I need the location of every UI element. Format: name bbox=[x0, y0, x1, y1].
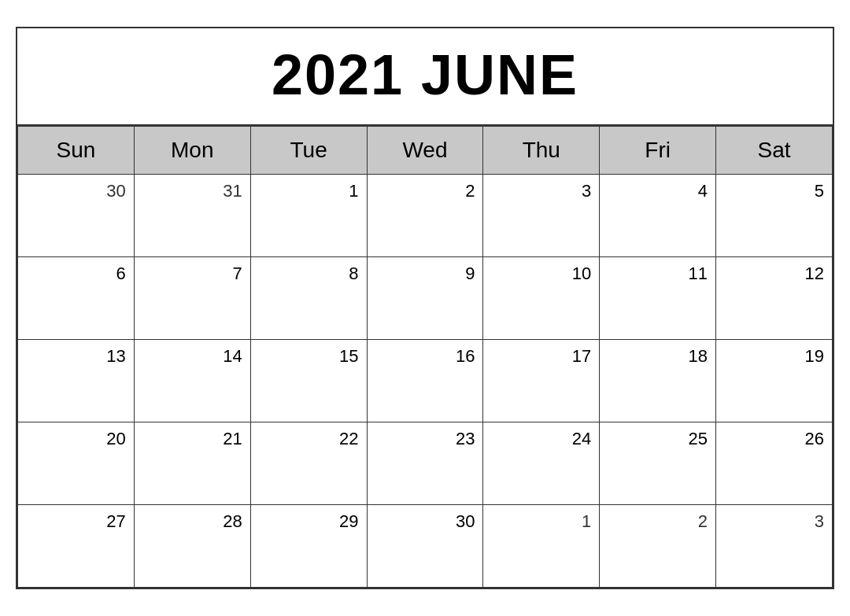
calendar-cell[interactable]: 20 bbox=[18, 422, 135, 505]
calendar-cell[interactable]: 8 bbox=[250, 257, 367, 340]
calendar-cell[interactable]: 5 bbox=[716, 175, 833, 257]
calendar-grid: SunMonTueWedThuFriSat 303112345678910111… bbox=[17, 126, 833, 588]
calendar-cell[interactable]: 25 bbox=[600, 422, 716, 505]
calendar-cell[interactable]: 29 bbox=[250, 505, 367, 588]
calendar-container: 2021 JUNE SunMonTueWedThuFriSat 30311234… bbox=[16, 27, 834, 589]
week-row-3: 13141516171819 bbox=[18, 340, 833, 422]
calendar-cell[interactable]: 6 bbox=[18, 257, 135, 340]
calendar-cell[interactable]: 18 bbox=[600, 340, 716, 422]
week-row-4: 20212223242526 bbox=[18, 422, 833, 505]
calendar-cell[interactable]: 12 bbox=[716, 257, 833, 340]
calendar-cell[interactable]: 14 bbox=[134, 340, 250, 422]
calendar-cell[interactable]: 4 bbox=[600, 175, 716, 257]
day-header-wed: Wed bbox=[367, 127, 483, 175]
calendar-cell[interactable]: 17 bbox=[483, 340, 600, 422]
calendar-cell[interactable]: 2 bbox=[367, 175, 483, 257]
calendar-cell[interactable]: 15 bbox=[250, 340, 367, 422]
calendar-cell[interactable]: 27 bbox=[18, 505, 135, 588]
day-header-sun: Sun bbox=[18, 127, 135, 175]
calendar-cell[interactable]: 30 bbox=[367, 505, 483, 588]
calendar-cell[interactable]: 1 bbox=[250, 175, 367, 257]
day-headers-row: SunMonTueWedThuFriSat bbox=[18, 127, 833, 175]
calendar-cell[interactable]: 7 bbox=[134, 257, 250, 340]
week-row-5: 27282930123 bbox=[18, 505, 833, 588]
calendar-cell[interactable]: 22 bbox=[250, 422, 367, 505]
calendar-cell[interactable]: 9 bbox=[367, 257, 483, 340]
week-row-2: 6789101112 bbox=[18, 257, 833, 340]
calendar-cell[interactable]: 19 bbox=[716, 340, 833, 422]
calendar-cell[interactable]: 2 bbox=[600, 505, 716, 588]
calendar-cell[interactable]: 31 bbox=[134, 175, 250, 257]
calendar-cell[interactable]: 13 bbox=[18, 340, 135, 422]
calendar-cell[interactable]: 11 bbox=[600, 257, 716, 340]
calendar-header: 2021 JUNE bbox=[17, 28, 833, 126]
day-header-fri: Fri bbox=[600, 127, 716, 175]
calendar-cell[interactable]: 28 bbox=[134, 505, 250, 588]
day-header-tue: Tue bbox=[250, 127, 367, 175]
calendar-cell[interactable]: 30 bbox=[18, 175, 135, 257]
calendar-title: 2021 JUNE bbox=[17, 42, 833, 107]
day-header-thu: Thu bbox=[483, 127, 600, 175]
calendar-cell[interactable]: 10 bbox=[483, 257, 600, 340]
calendar-cell[interactable]: 21 bbox=[134, 422, 250, 505]
calendar-cell[interactable]: 24 bbox=[483, 422, 600, 505]
week-row-1: 303112345 bbox=[18, 175, 833, 257]
calendar-cell[interactable]: 1 bbox=[483, 505, 600, 588]
day-header-sat: Sat bbox=[716, 127, 833, 175]
calendar-cell[interactable]: 16 bbox=[367, 340, 483, 422]
calendar-cell[interactable]: 23 bbox=[367, 422, 483, 505]
day-header-mon: Mon bbox=[134, 127, 250, 175]
calendar-cell[interactable]: 26 bbox=[716, 422, 833, 505]
calendar-cell[interactable]: 3 bbox=[483, 175, 600, 257]
calendar-cell[interactable]: 3 bbox=[716, 505, 833, 588]
